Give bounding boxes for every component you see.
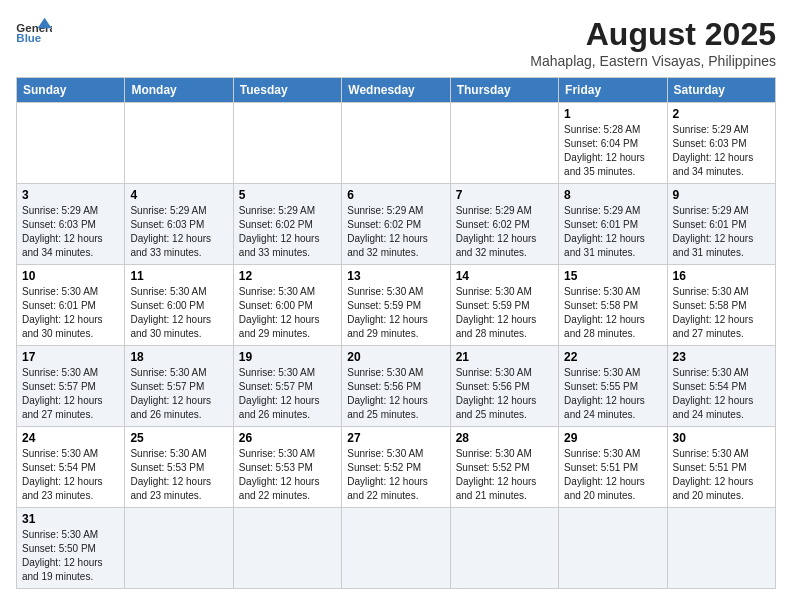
day-number: 9	[673, 188, 770, 202]
weekday-header-thursday: Thursday	[450, 78, 558, 103]
day-number: 14	[456, 269, 553, 283]
calendar-week-row: 1Sunrise: 5:28 AM Sunset: 6:04 PM Daylig…	[17, 103, 776, 184]
logo: General Blue	[16, 16, 52, 46]
day-info: Sunrise: 5:30 AM Sunset: 6:00 PM Dayligh…	[130, 285, 227, 341]
calendar-cell: 16Sunrise: 5:30 AM Sunset: 5:58 PM Dayli…	[667, 265, 775, 346]
day-info: Sunrise: 5:28 AM Sunset: 6:04 PM Dayligh…	[564, 123, 661, 179]
day-info: Sunrise: 5:29 AM Sunset: 6:02 PM Dayligh…	[239, 204, 336, 260]
day-number: 5	[239, 188, 336, 202]
calendar-cell	[233, 508, 341, 589]
calendar-subtitle: Mahaplag, Eastern Visayas, Philippines	[530, 53, 776, 69]
day-info: Sunrise: 5:30 AM Sunset: 5:57 PM Dayligh…	[130, 366, 227, 422]
calendar-cell	[17, 103, 125, 184]
day-info: Sunrise: 5:30 AM Sunset: 5:50 PM Dayligh…	[22, 528, 119, 584]
day-number: 15	[564, 269, 661, 283]
day-info: Sunrise: 5:29 AM Sunset: 6:03 PM Dayligh…	[673, 123, 770, 179]
calendar-week-row: 3Sunrise: 5:29 AM Sunset: 6:03 PM Daylig…	[17, 184, 776, 265]
day-number: 13	[347, 269, 444, 283]
day-number: 28	[456, 431, 553, 445]
calendar-cell: 20Sunrise: 5:30 AM Sunset: 5:56 PM Dayli…	[342, 346, 450, 427]
weekday-header-tuesday: Tuesday	[233, 78, 341, 103]
calendar-cell: 29Sunrise: 5:30 AM Sunset: 5:51 PM Dayli…	[559, 427, 667, 508]
calendar-cell: 12Sunrise: 5:30 AM Sunset: 6:00 PM Dayli…	[233, 265, 341, 346]
day-number: 17	[22, 350, 119, 364]
calendar-week-row: 10Sunrise: 5:30 AM Sunset: 6:01 PM Dayli…	[17, 265, 776, 346]
day-info: Sunrise: 5:29 AM Sunset: 6:03 PM Dayligh…	[22, 204, 119, 260]
day-number: 21	[456, 350, 553, 364]
calendar-table: SundayMondayTuesdayWednesdayThursdayFrid…	[16, 77, 776, 589]
day-info: Sunrise: 5:30 AM Sunset: 5:54 PM Dayligh…	[673, 366, 770, 422]
calendar-cell: 10Sunrise: 5:30 AM Sunset: 6:01 PM Dayli…	[17, 265, 125, 346]
day-info: Sunrise: 5:30 AM Sunset: 5:58 PM Dayligh…	[673, 285, 770, 341]
day-info: Sunrise: 5:30 AM Sunset: 5:52 PM Dayligh…	[347, 447, 444, 503]
day-number: 3	[22, 188, 119, 202]
day-number: 8	[564, 188, 661, 202]
weekday-header-sunday: Sunday	[17, 78, 125, 103]
calendar-cell: 5Sunrise: 5:29 AM Sunset: 6:02 PM Daylig…	[233, 184, 341, 265]
day-number: 29	[564, 431, 661, 445]
calendar-cell: 7Sunrise: 5:29 AM Sunset: 6:02 PM Daylig…	[450, 184, 558, 265]
calendar-cell: 26Sunrise: 5:30 AM Sunset: 5:53 PM Dayli…	[233, 427, 341, 508]
calendar-cell: 24Sunrise: 5:30 AM Sunset: 5:54 PM Dayli…	[17, 427, 125, 508]
day-info: Sunrise: 5:30 AM Sunset: 6:00 PM Dayligh…	[239, 285, 336, 341]
day-info: Sunrise: 5:29 AM Sunset: 6:01 PM Dayligh…	[564, 204, 661, 260]
calendar-cell: 3Sunrise: 5:29 AM Sunset: 6:03 PM Daylig…	[17, 184, 125, 265]
calendar-cell: 27Sunrise: 5:30 AM Sunset: 5:52 PM Dayli…	[342, 427, 450, 508]
day-info: Sunrise: 5:30 AM Sunset: 5:59 PM Dayligh…	[456, 285, 553, 341]
calendar-cell: 1Sunrise: 5:28 AM Sunset: 6:04 PM Daylig…	[559, 103, 667, 184]
day-info: Sunrise: 5:29 AM Sunset: 6:03 PM Dayligh…	[130, 204, 227, 260]
day-info: Sunrise: 5:30 AM Sunset: 6:01 PM Dayligh…	[22, 285, 119, 341]
page-header: General Blue August 2025 Mahaplag, Easte…	[16, 16, 776, 69]
calendar-week-row: 24Sunrise: 5:30 AM Sunset: 5:54 PM Dayli…	[17, 427, 776, 508]
calendar-cell: 4Sunrise: 5:29 AM Sunset: 6:03 PM Daylig…	[125, 184, 233, 265]
day-number: 7	[456, 188, 553, 202]
generalblue-logo-icon: General Blue	[16, 16, 52, 46]
day-info: Sunrise: 5:29 AM Sunset: 6:02 PM Dayligh…	[347, 204, 444, 260]
calendar-cell: 15Sunrise: 5:30 AM Sunset: 5:58 PM Dayli…	[559, 265, 667, 346]
calendar-cell	[125, 103, 233, 184]
calendar-cell	[342, 508, 450, 589]
title-area: August 2025 Mahaplag, Eastern Visayas, P…	[530, 16, 776, 69]
day-number: 26	[239, 431, 336, 445]
day-info: Sunrise: 5:30 AM Sunset: 5:55 PM Dayligh…	[564, 366, 661, 422]
calendar-cell	[450, 508, 558, 589]
day-number: 25	[130, 431, 227, 445]
day-info: Sunrise: 5:30 AM Sunset: 5:53 PM Dayligh…	[130, 447, 227, 503]
day-number: 22	[564, 350, 661, 364]
weekday-header-friday: Friday	[559, 78, 667, 103]
calendar-cell	[450, 103, 558, 184]
calendar-cell: 21Sunrise: 5:30 AM Sunset: 5:56 PM Dayli…	[450, 346, 558, 427]
day-info: Sunrise: 5:30 AM Sunset: 5:59 PM Dayligh…	[347, 285, 444, 341]
day-number: 19	[239, 350, 336, 364]
calendar-cell: 11Sunrise: 5:30 AM Sunset: 6:00 PM Dayli…	[125, 265, 233, 346]
calendar-cell: 13Sunrise: 5:30 AM Sunset: 5:59 PM Dayli…	[342, 265, 450, 346]
day-number: 30	[673, 431, 770, 445]
calendar-cell: 14Sunrise: 5:30 AM Sunset: 5:59 PM Dayli…	[450, 265, 558, 346]
day-number: 31	[22, 512, 119, 526]
calendar-cell	[667, 508, 775, 589]
day-number: 18	[130, 350, 227, 364]
day-info: Sunrise: 5:30 AM Sunset: 5:57 PM Dayligh…	[22, 366, 119, 422]
calendar-week-row: 31Sunrise: 5:30 AM Sunset: 5:50 PM Dayli…	[17, 508, 776, 589]
day-number: 16	[673, 269, 770, 283]
day-number: 10	[22, 269, 119, 283]
day-number: 1	[564, 107, 661, 121]
day-info: Sunrise: 5:30 AM Sunset: 5:51 PM Dayligh…	[564, 447, 661, 503]
day-info: Sunrise: 5:30 AM Sunset: 5:56 PM Dayligh…	[347, 366, 444, 422]
calendar-cell: 9Sunrise: 5:29 AM Sunset: 6:01 PM Daylig…	[667, 184, 775, 265]
calendar-cell	[342, 103, 450, 184]
calendar-cell: 2Sunrise: 5:29 AM Sunset: 6:03 PM Daylig…	[667, 103, 775, 184]
day-info: Sunrise: 5:30 AM Sunset: 5:56 PM Dayligh…	[456, 366, 553, 422]
day-info: Sunrise: 5:29 AM Sunset: 6:02 PM Dayligh…	[456, 204, 553, 260]
calendar-cell: 25Sunrise: 5:30 AM Sunset: 5:53 PM Dayli…	[125, 427, 233, 508]
day-number: 11	[130, 269, 227, 283]
day-number: 20	[347, 350, 444, 364]
calendar-cell: 18Sunrise: 5:30 AM Sunset: 5:57 PM Dayli…	[125, 346, 233, 427]
calendar-cell: 30Sunrise: 5:30 AM Sunset: 5:51 PM Dayli…	[667, 427, 775, 508]
day-number: 27	[347, 431, 444, 445]
day-info: Sunrise: 5:30 AM Sunset: 5:52 PM Dayligh…	[456, 447, 553, 503]
calendar-cell: 22Sunrise: 5:30 AM Sunset: 5:55 PM Dayli…	[559, 346, 667, 427]
calendar-week-row: 17Sunrise: 5:30 AM Sunset: 5:57 PM Dayli…	[17, 346, 776, 427]
calendar-cell	[559, 508, 667, 589]
day-number: 24	[22, 431, 119, 445]
